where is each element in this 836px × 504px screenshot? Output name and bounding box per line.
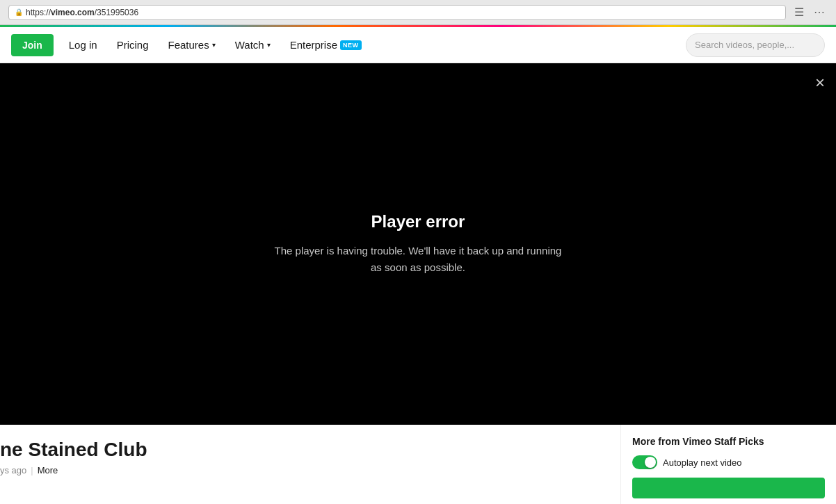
navbar: Join Log in Pricing Features ▾ Watch ▾ E… (0, 27, 836, 63)
search-bar[interactable]: Search videos, people,... (686, 33, 825, 57)
autoplay-label: Autoplay next video (663, 457, 741, 468)
meta-separator: | (31, 465, 33, 475)
error-message: The player is having trouble. We'll have… (272, 243, 564, 276)
more-icon[interactable]: ⋯ (811, 4, 828, 20)
login-link[interactable]: Log in (59, 27, 107, 63)
url-text: https://vimeo.com/351995036 (26, 8, 138, 17)
watch-chevron-icon: ▾ (267, 41, 271, 49)
autoplay-row: Autoplay next video (632, 455, 825, 469)
below-player: ne Stained Club ys ago | More More from … (0, 425, 836, 504)
video-meta: ys ago | More (0, 465, 606, 475)
features-label: Features (168, 39, 209, 51)
error-content: Player error The player is having troubl… (272, 212, 564, 276)
time-ago: ys ago (0, 465, 26, 475)
enterprise-link[interactable]: Enterprise NEW (280, 27, 371, 63)
url-path: /351995036 (95, 8, 138, 17)
watch-label: Watch (235, 39, 264, 51)
watch-link[interactable]: Watch ▾ (225, 27, 280, 63)
sidebar: More from Vimeo Staff Picks Autoplay nex… (620, 425, 836, 504)
features-link[interactable]: Features ▾ (159, 27, 225, 63)
autoplay-toggle[interactable] (632, 455, 657, 469)
url-domain: vimeo.com (51, 8, 95, 17)
video-title: ne Stained Club (0, 439, 606, 461)
next-video-thumbnail[interactable] (632, 478, 825, 498)
video-player: × Player error The player is having trou… (0, 63, 836, 425)
address-bar[interactable]: 🔒 https://vimeo.com/351995036 (8, 5, 786, 20)
browser-icons: ☰ ⋯ (791, 4, 828, 20)
enterprise-label: Enterprise (290, 39, 337, 51)
sidebar-title: More from Vimeo Staff Picks (632, 436, 825, 447)
error-title: Player error (272, 212, 564, 231)
more-link[interactable]: More (38, 465, 58, 475)
url-prefix: https:// (26, 8, 51, 17)
features-chevron-icon: ▾ (212, 41, 216, 49)
search-placeholder: Search videos, people,... (695, 40, 794, 50)
video-info: ne Stained Club ys ago | More (0, 425, 620, 504)
bookmark-icon[interactable]: ☰ (791, 4, 807, 20)
lock-icon: 🔒 (15, 8, 23, 16)
toggle-knob (645, 457, 656, 468)
browser-chrome: 🔒 https://vimeo.com/351995036 ☰ ⋯ (0, 0, 836, 25)
close-button[interactable]: × (815, 74, 825, 91)
pricing-link[interactable]: Pricing (107, 27, 159, 63)
enterprise-badge: NEW (340, 40, 362, 50)
join-button[interactable]: Join (11, 34, 54, 56)
